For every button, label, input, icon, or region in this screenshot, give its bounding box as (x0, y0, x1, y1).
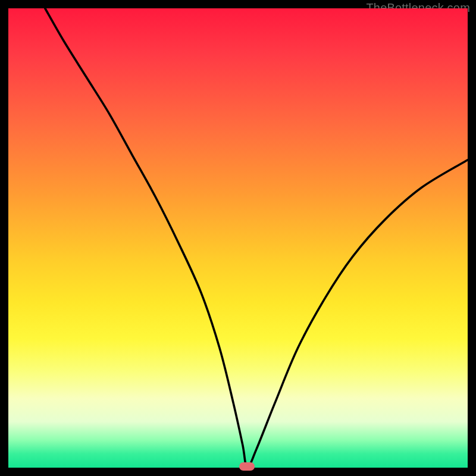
minimum-marker (239, 462, 255, 471)
bottleneck-curve-path (45, 8, 468, 468)
bottleneck-curve (8, 8, 468, 468)
chart-frame (8, 8, 468, 468)
